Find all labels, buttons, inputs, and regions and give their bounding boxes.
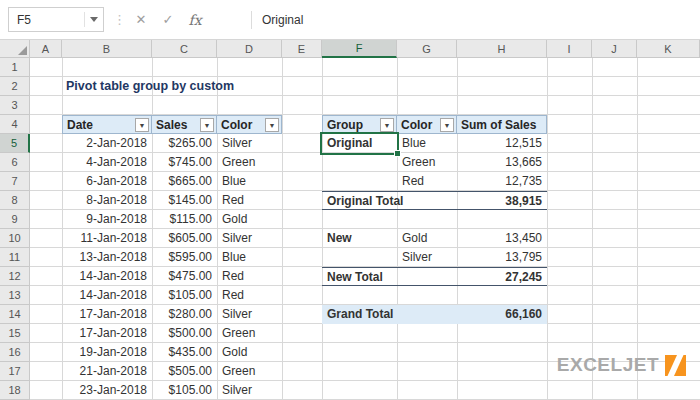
cell-sales[interactable]: $280.00: [152, 305, 217, 324]
cell-color[interactable]: Green: [217, 324, 282, 343]
cell-color[interactable]: Green: [217, 362, 282, 381]
row-header-7[interactable]: 7: [0, 172, 30, 191]
pivot-cell-value[interactable]: 12,735: [457, 172, 547, 191]
cell-date[interactable]: 13-Jan-2018: [62, 248, 152, 267]
cell-color[interactable]: Red: [217, 286, 282, 305]
row-header-12[interactable]: 12: [0, 267, 30, 286]
column-header-b[interactable]: B: [62, 40, 152, 58]
pivot-cell-color[interactable]: [397, 191, 457, 210]
column-header-j[interactable]: J: [592, 40, 637, 58]
page-title[interactable]: Pivot table group by custom: [66, 77, 234, 96]
source-header-date[interactable]: Date ▼: [62, 115, 152, 134]
pivot-cell-group[interactable]: [322, 153, 397, 172]
column-header-d[interactable]: D: [217, 40, 282, 58]
cell-sales[interactable]: $145.00: [152, 191, 217, 210]
cell-date[interactable]: 11-Jan-2018: [62, 229, 152, 248]
cell-date[interactable]: 14-Jan-2018: [62, 267, 152, 286]
cell-date[interactable]: 6-Jan-2018: [62, 172, 152, 191]
row-header-15[interactable]: 15: [0, 324, 30, 343]
cell-color[interactable]: Green: [217, 153, 282, 172]
pivot-cell-group[interactable]: Original: [322, 134, 397, 153]
source-header-color[interactable]: Color ▼: [217, 115, 282, 134]
pivot-cell-group[interactable]: Grand Total: [322, 305, 397, 324]
column-header-e[interactable]: E: [282, 40, 322, 58]
cell-date[interactable]: 17-Jan-2018: [62, 305, 152, 324]
source-header-sales[interactable]: Sales ▼: [152, 115, 217, 134]
pivot-header-sum-of-sales[interactable]: Sum of Sales: [457, 115, 547, 134]
row-header-4[interactable]: 4: [0, 115, 30, 134]
pivot-cell-group[interactable]: New: [322, 229, 397, 248]
filter-dropdown-icon[interactable]: ▼: [265, 118, 279, 132]
pivot-cell-group[interactable]: [322, 286, 397, 305]
pivot-cell-group[interactable]: [322, 172, 397, 191]
pivot-header-color[interactable]: Color ▼: [397, 115, 457, 134]
cell-sales[interactable]: $505.00: [152, 362, 217, 381]
filter-dropdown-icon[interactable]: ▼: [380, 118, 394, 132]
cell-date[interactable]: 14-Jan-2018: [62, 286, 152, 305]
cell-color[interactable]: Silver: [217, 134, 282, 153]
cell-color[interactable]: Silver: [217, 229, 282, 248]
filter-dropdown-icon[interactable]: ▼: [440, 118, 454, 132]
cell-date[interactable]: 21-Jan-2018: [62, 362, 152, 381]
name-box-dropdown-icon[interactable]: [85, 8, 103, 31]
cell-color[interactable]: Red: [217, 267, 282, 286]
row-header-14[interactable]: 14: [0, 305, 30, 324]
row-header-8[interactable]: 8: [0, 191, 30, 210]
cell-date[interactable]: 23-Jan-2018: [62, 381, 152, 400]
pivot-cell-color[interactable]: Gold: [397, 229, 457, 248]
column-header-a[interactable]: A: [30, 40, 62, 58]
cell-sales[interactable]: $665.00: [152, 172, 217, 191]
name-box[interactable]: F5: [8, 7, 104, 32]
pivot-cell-group[interactable]: [322, 210, 397, 229]
pivot-cell-group[interactable]: New Total: [322, 267, 397, 286]
pivot-cell-value[interactable]: 12,515: [457, 134, 547, 153]
pivot-cell-group[interactable]: Original Total: [322, 191, 397, 210]
cell-date[interactable]: 4-Jan-2018: [62, 153, 152, 172]
cell-date[interactable]: 8-Jan-2018: [62, 191, 152, 210]
cell-sales[interactable]: $105.00: [152, 286, 217, 305]
pivot-cell-value[interactable]: 13,795: [457, 248, 547, 267]
filter-dropdown-icon[interactable]: ▼: [200, 118, 214, 132]
pivot-cell-group[interactable]: [322, 248, 397, 267]
formula-input[interactable]: Original: [262, 13, 303, 27]
cell-color[interactable]: Silver: [217, 305, 282, 324]
cell-grid[interactable]: Pivot table group by custom Date ▼ Sales…: [30, 58, 700, 400]
pivot-cell-color[interactable]: [397, 305, 457, 324]
cell-color[interactable]: Blue: [217, 248, 282, 267]
column-header-k[interactable]: K: [637, 40, 700, 58]
cell-date[interactable]: 9-Jan-2018: [62, 210, 152, 229]
cell-sales[interactable]: $500.00: [152, 324, 217, 343]
row-header-13[interactable]: 13: [0, 286, 30, 305]
row-header-18[interactable]: 18: [0, 381, 30, 400]
cell-color[interactable]: Gold: [217, 210, 282, 229]
row-header-9[interactable]: 9: [0, 210, 30, 229]
pivot-cell-value[interactable]: [457, 286, 547, 305]
pivot-cell-color[interactable]: Blue: [397, 134, 457, 153]
cancel-icon[interactable]: ✕: [129, 8, 153, 32]
cell-sales[interactable]: $105.00: [152, 381, 217, 400]
pivot-cell-value[interactable]: 66,160: [457, 305, 547, 324]
pivot-cell-value[interactable]: [457, 210, 547, 229]
select-all-corner[interactable]: [0, 40, 30, 58]
cell-sales[interactable]: $605.00: [152, 229, 217, 248]
column-header-c[interactable]: C: [152, 40, 217, 58]
row-header-6[interactable]: 6: [0, 153, 30, 172]
enter-icon[interactable]: ✓: [156, 8, 180, 32]
filter-dropdown-icon[interactable]: ▼: [135, 118, 149, 132]
cell-color[interactable]: Gold: [217, 343, 282, 362]
pivot-cell-color[interactable]: Green: [397, 153, 457, 172]
column-header-i[interactable]: I: [547, 40, 592, 58]
cell-date[interactable]: 19-Jan-2018: [62, 343, 152, 362]
cell-sales[interactable]: $475.00: [152, 267, 217, 286]
row-header-3[interactable]: 3: [0, 96, 30, 115]
pivot-cell-color[interactable]: [397, 267, 457, 286]
pivot-cell-value[interactable]: 38,915: [457, 191, 547, 210]
pivot-cell-color[interactable]: [397, 286, 457, 305]
row-header-17[interactable]: 17: [0, 362, 30, 381]
pivot-cell-color[interactable]: Silver: [397, 248, 457, 267]
cell-sales[interactable]: $435.00: [152, 343, 217, 362]
column-header-g[interactable]: G: [397, 40, 457, 58]
pivot-cell-value[interactable]: 13,665: [457, 153, 547, 172]
cell-date[interactable]: 2-Jan-2018: [62, 134, 152, 153]
row-header-2[interactable]: 2: [0, 77, 30, 96]
